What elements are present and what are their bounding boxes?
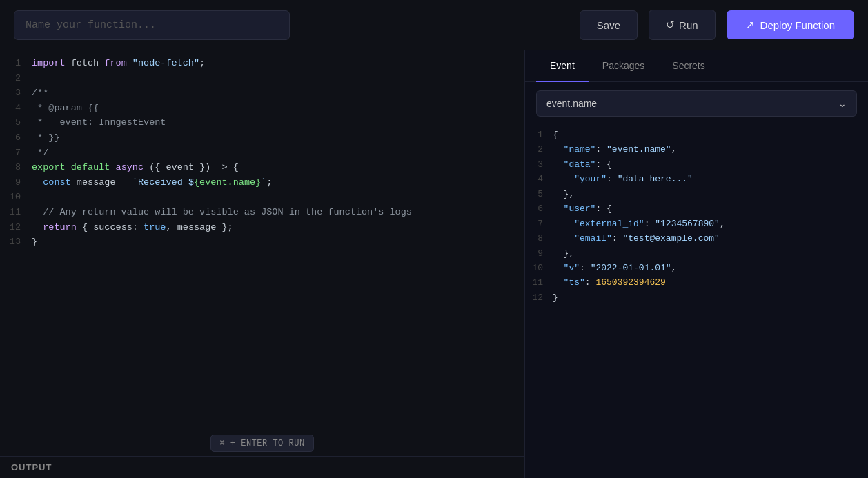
json-line: 3 "data": { bbox=[525, 157, 868, 172]
code-line: 2 bbox=[0, 71, 524, 86]
code-line: 8 export default async ({ event }) => { bbox=[0, 160, 524, 175]
tab-packages[interactable]: Packages bbox=[589, 50, 658, 82]
shortcut-badge: ⌘ + ENTER TO RUN bbox=[210, 435, 313, 452]
code-line: 11 // Any return value will be visible a… bbox=[0, 205, 524, 220]
right-panel: Event Packages Secrets event.name ⌄ 1 { … bbox=[524, 50, 868, 478]
main-content: 1 import fetch from "node-fetch"; 2 3 /*… bbox=[0, 50, 868, 478]
deploy-button[interactable]: ↗ Deploy Function bbox=[727, 10, 854, 39]
header: Save ↺ Run ↗ Deploy Function bbox=[0, 0, 868, 50]
output-section: OUTPUT bbox=[0, 456, 524, 478]
json-area[interactable]: 1 { 2 "name": "event.name", 3 "data": { … bbox=[525, 125, 868, 478]
json-line: 6 "user": { bbox=[525, 201, 868, 216]
json-line: 8 "email": "test@example.com" bbox=[525, 231, 868, 246]
tab-event[interactable]: Event bbox=[536, 50, 589, 82]
json-line: 9 }, bbox=[525, 246, 868, 261]
bottom-bar: ⌘ + ENTER TO RUN bbox=[0, 430, 524, 456]
function-name-input[interactable] bbox=[14, 10, 290, 40]
editor-panel: 1 import fetch from "node-fetch"; 2 3 /*… bbox=[0, 50, 524, 478]
save-button[interactable]: Save bbox=[580, 10, 638, 40]
json-line: 10 "v": "2022-01-01.01", bbox=[525, 261, 868, 275]
code-line: 12 return { success: true, message }; bbox=[0, 220, 524, 235]
json-line: 2 "name": "event.name", bbox=[525, 142, 868, 157]
code-line: 5 * event: InngestEvent bbox=[0, 115, 524, 130]
event-dropdown-value: event.name bbox=[546, 98, 597, 109]
code-line: 4 * @param {{ bbox=[0, 101, 524, 116]
code-line: 1 import fetch from "node-fetch"; bbox=[0, 56, 524, 71]
event-dropdown[interactable]: event.name ⌄ bbox=[536, 90, 857, 117]
json-line: 4 "your": "data here..." bbox=[525, 172, 868, 186]
tabs: Event Packages Secrets bbox=[525, 50, 868, 82]
code-line: 6 * }} bbox=[0, 130, 524, 146]
run-button[interactable]: ↺ Run bbox=[649, 10, 716, 40]
json-line: 11 "ts": 1650392394629 bbox=[525, 275, 868, 290]
code-line: 10 bbox=[0, 190, 524, 205]
tab-secrets[interactable]: Secrets bbox=[658, 50, 718, 82]
code-line: 7 */ bbox=[0, 146, 524, 161]
chevron-down-icon: ⌄ bbox=[838, 98, 847, 109]
json-line: 1 { bbox=[525, 128, 868, 142]
code-line: 3 /** bbox=[0, 86, 524, 101]
json-line: 7 "external_id": "1234567890", bbox=[525, 217, 868, 231]
code-area[interactable]: 1 import fetch from "node-fetch"; 2 3 /*… bbox=[0, 50, 524, 430]
deploy-icon: ↗ bbox=[746, 19, 755, 31]
deploy-label: Deploy Function bbox=[760, 19, 835, 31]
json-line: 12 } bbox=[525, 290, 868, 305]
run-icon: ↺ bbox=[666, 19, 675, 31]
code-line: 9 const message = `Received ${event.name… bbox=[0, 175, 524, 190]
code-line: 13 } bbox=[0, 235, 524, 250]
json-line: 5 }, bbox=[525, 187, 868, 201]
run-label: Run bbox=[679, 19, 698, 31]
